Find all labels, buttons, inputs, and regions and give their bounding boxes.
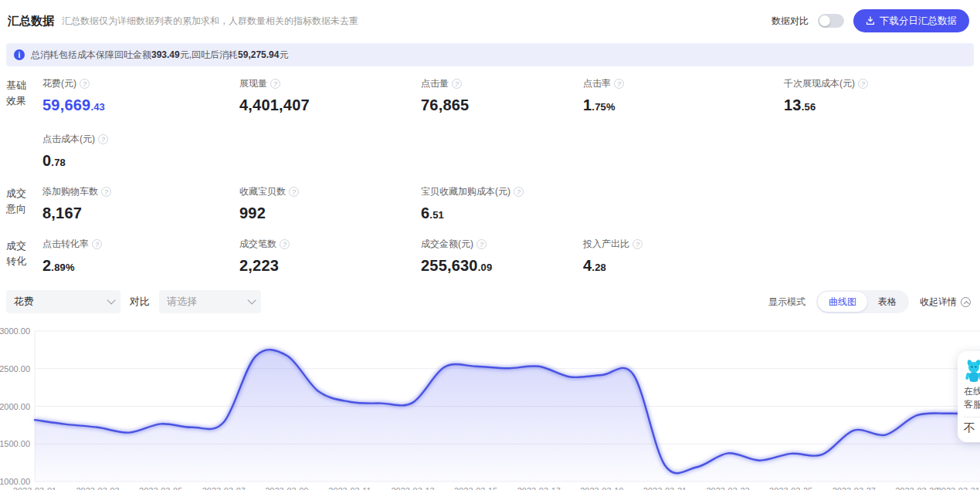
service-mascot-icon xyxy=(964,359,980,382)
help-icon[interactable] xyxy=(452,79,462,89)
help-icon[interactable] xyxy=(289,187,299,197)
x-axis-tick: 2023-03-01 xyxy=(13,486,56,490)
page-subtitle: 汇总数据仅为详细数据列表的累加求和，人群数量相关的指标数据未去重 xyxy=(62,15,358,28)
metric-label: 花费(元) xyxy=(42,77,76,90)
y-axis-tick: 1000.00 xyxy=(0,477,30,486)
metric-card: 千次展现成本(元)13.56 xyxy=(784,77,980,114)
metric-label: 点击量 xyxy=(421,77,449,90)
help-icon[interactable] xyxy=(80,79,90,89)
section-name: 成交意向 xyxy=(6,185,42,222)
info-icon xyxy=(14,49,25,60)
help-icon[interactable] xyxy=(280,239,290,249)
metric-value: 0.78 xyxy=(42,152,239,170)
metric-label: 宝贝收藏加购成本(元) xyxy=(421,185,510,198)
chevron-down-icon xyxy=(247,296,256,304)
display-mode-label: 显示模式 xyxy=(768,296,805,309)
metric-label: 成交笔数 xyxy=(239,238,276,251)
metric-card: 点击量76,865 xyxy=(421,77,583,114)
metric-label: 点击成本(元) xyxy=(42,133,95,146)
help-icon[interactable] xyxy=(858,79,868,89)
metric-label: 成交金额(元) xyxy=(421,238,473,251)
section-name: 基础效果 xyxy=(6,77,42,170)
metric-card: 点击成本(元)0.78 xyxy=(42,133,239,170)
data-compare-toggle[interactable] xyxy=(818,14,844,28)
y-axis-tick: 3000.00 xyxy=(0,326,30,336)
summary-metrics: 基础效果花费(元)59,669.43展现量4,401,407点击量76,865点… xyxy=(0,66,980,275)
metric-section: 成交转化点击转化率2.89%成交笔数2,223成交金额(元)255,630.09… xyxy=(6,238,980,275)
metric-card: 成交笔数2,223 xyxy=(239,238,421,275)
metric-label: 千次展现成本(元) xyxy=(784,77,855,90)
service-label: 在线 客服 xyxy=(964,385,980,411)
metric-card: 宝贝收藏加购成本(元)6.51 xyxy=(421,185,583,222)
metric-value: 992 xyxy=(239,204,421,222)
download-icon xyxy=(866,16,875,25)
x-axis-tick: 2023-03-15 xyxy=(454,486,497,490)
service-action[interactable]: 不 xyxy=(964,421,975,436)
metric-card: 投入产出比4.28 xyxy=(583,238,784,275)
help-icon[interactable] xyxy=(632,239,643,249)
metric-card: 收藏宝贝数992 xyxy=(239,185,421,222)
metric-label: 点击率 xyxy=(583,77,611,90)
toggle-knob xyxy=(819,15,830,26)
x-axis-tick: 2023-03-29 xyxy=(895,486,938,490)
metric-value: 2.89% xyxy=(42,257,239,275)
metric-value: 255,630.09 xyxy=(421,257,583,275)
metric-card: 成交金额(元)255,630.09 xyxy=(421,238,583,275)
display-mode-option[interactable]: 曲线图 xyxy=(818,292,867,312)
summary-header: 汇总数据 汇总数据仅为详细数据列表的累加求和，人群数量相关的指标数据未去重 数据… xyxy=(0,0,980,39)
metric-select[interactable]: 花费 xyxy=(6,290,120,313)
collapse-details-button[interactable]: 收起详情 xyxy=(920,296,971,309)
spend-line-chart[interactable]: 3000.002500.002000.001500.001000.002023-… xyxy=(0,321,980,490)
metric-label: 添加购物车数 xyxy=(42,185,98,198)
consumption-notice-bar: 总消耗包括成本保障回吐金额393.49元,回吐后消耗59,275.94元 xyxy=(6,43,974,66)
page-title: 汇总数据 xyxy=(8,14,54,29)
help-icon[interactable] xyxy=(98,134,108,144)
compare-select[interactable]: 请选择 xyxy=(159,290,261,313)
x-axis-tick: 2023-03-13 xyxy=(391,486,434,490)
metric-card: 点击转化率2.89% xyxy=(42,238,239,275)
notice-text: 总消耗包括成本保障回吐金额393.49元,回吐后消耗59,275.94元 xyxy=(31,49,288,62)
data-compare-label: 数据对比 xyxy=(771,15,809,28)
help-icon[interactable] xyxy=(101,187,111,197)
metric-label: 点击转化率 xyxy=(42,238,89,251)
metric-value: 1.75% xyxy=(583,96,784,114)
help-icon[interactable] xyxy=(476,239,487,249)
x-axis-tick: 2023-03-09 xyxy=(265,486,308,490)
chevron-up-circle-icon xyxy=(961,297,971,307)
metric-section: 成交意向添加购物车数8,167收藏宝贝数992宝贝收藏加购成本(元)6.51 xyxy=(6,185,980,222)
help-icon[interactable] xyxy=(614,79,624,89)
metric-card: 花费(元)59,669.43 xyxy=(42,77,239,114)
metric-value: 13.56 xyxy=(784,96,980,114)
x-axis-tick: 2023-03-19 xyxy=(580,486,623,490)
customer-service-widget[interactable]: 在线 客服 不 xyxy=(958,351,980,442)
divider xyxy=(964,417,980,417)
metric-section: 基础效果花费(元)59,669.43展现量4,401,407点击量76,865点… xyxy=(6,77,980,170)
y-axis-tick: 2500.00 xyxy=(0,364,30,373)
compare-label: 对比 xyxy=(130,295,150,309)
x-axis-tick: 2023-03-11 xyxy=(328,486,371,490)
metric-value: 2,223 xyxy=(239,257,421,275)
metric-card: 展现量4,401,407 xyxy=(239,77,421,114)
help-icon[interactable] xyxy=(270,79,280,89)
y-axis-tick: 2000.00 xyxy=(0,402,30,411)
metric-value: 8,167 xyxy=(42,204,239,222)
x-axis-tick: 2023-03-25 xyxy=(769,486,812,490)
x-axis-tick: 2023-03-07 xyxy=(202,486,246,490)
y-axis-tick: 1500.00 xyxy=(0,439,30,448)
chart-controls: 花费 对比 请选择 显示模式 曲线图表格 收起详情 xyxy=(6,290,971,313)
section-name: 成交转化 xyxy=(6,238,42,275)
help-icon[interactable] xyxy=(92,239,102,249)
x-axis-tick: 2023-03-05 xyxy=(139,486,182,490)
metric-card: 点击率1.75% xyxy=(583,77,784,114)
download-daily-summary-button[interactable]: 下载分日汇总数据 xyxy=(853,9,969,32)
metric-value: 76,865 xyxy=(421,96,583,114)
x-axis-tick: 2023-03-21 xyxy=(643,486,687,490)
metric-value: 59,669.43 xyxy=(42,96,239,114)
display-mode-option[interactable]: 表格 xyxy=(867,292,907,312)
metric-label: 投入产出比 xyxy=(583,238,629,251)
metric-value: 4.28 xyxy=(583,257,784,275)
x-axis-tick: 2023-03-27 xyxy=(832,486,876,490)
metric-value: 4,401,407 xyxy=(239,96,421,114)
x-axis-tick: 2023-03-17 xyxy=(517,486,561,490)
help-icon[interactable] xyxy=(514,187,524,197)
